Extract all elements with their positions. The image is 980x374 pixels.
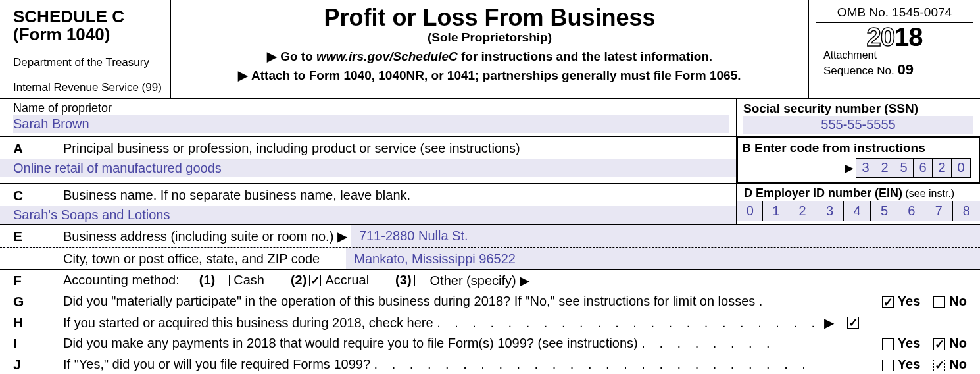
ssn-label: Social security number (SSN) <box>743 101 973 116</box>
letter-h: H <box>0 315 63 331</box>
line-e-value1[interactable]: 711-2880 Nulla St. <box>351 225 980 247</box>
schedule-c-form: SCHEDULE C (Form 1040) Department of the… <box>0 0 980 374</box>
line-e-label2: City, town or post office, state, and ZI… <box>63 248 346 269</box>
line-b-code: ▶ 3 2 5 6 2 0 <box>742 157 975 179</box>
checkbox-g-no[interactable] <box>933 296 945 308</box>
other-specify-field[interactable] <box>535 273 980 288</box>
form-subtitle: (Sole Proprietorship) <box>174 30 806 45</box>
checkbox-h[interactable] <box>847 317 859 329</box>
schedule-title: SCHEDULE C <box>13 8 164 26</box>
header-right: OMB No. 1545-0074 2018 Attachment Sequen… <box>809 0 980 98</box>
letter-f: F <box>0 273 63 288</box>
ein-box-3[interactable]: 3 <box>816 201 843 221</box>
line-e-addr2: City, town or post office, state, and ZI… <box>0 248 980 270</box>
letter-a: A <box>0 137 63 159</box>
line-g-text: Did you "materially participate" in the … <box>63 294 842 309</box>
line-a-label: Principal business or profession, includ… <box>63 137 736 159</box>
checkbox-accrual[interactable] <box>309 275 321 286</box>
code-box-4[interactable]: 2 <box>932 158 952 178</box>
instr-line1: ▶ Go to www.irs.gov/ScheduleC for instru… <box>174 49 806 64</box>
code-box-5[interactable]: 0 <box>951 158 971 178</box>
tax-year: 2018 <box>816 22 973 52</box>
ein-box-0[interactable]: 0 <box>737 201 763 221</box>
arrow-icon: ▶ <box>824 315 834 330</box>
line-a-value[interactable]: Online retail of manufactured goods <box>0 159 736 177</box>
proprietor-label: Name of proprietor <box>13 101 729 115</box>
dept-line2: Internal Revenue Service (99) <box>13 81 164 94</box>
letter-e: E <box>0 225 63 247</box>
code-box-2[interactable]: 5 <box>894 158 914 178</box>
header-center: Profit or Loss From Business (Sole Propr… <box>171 0 809 98</box>
ein-box-4[interactable]: 4 <box>844 201 871 221</box>
line-h-text: If you started or acquired this business… <box>63 315 433 330</box>
line-d-label: D Employer ID number (EIN) (see instr.) <box>744 186 980 200</box>
letter-j: J <box>0 357 63 373</box>
checkbox-i-yes[interactable] <box>882 338 894 350</box>
line-e-label1: Business address (including suite or roo… <box>63 225 351 247</box>
line-c-d: C Business name. If no separate business… <box>0 184 980 225</box>
dept-line1: Department of the Treasury <box>13 56 164 69</box>
arrow-icon: ▶ <box>845 161 854 175</box>
ein-box-6[interactable]: 6 <box>898 201 925 221</box>
code-box-0[interactable]: 3 <box>856 158 875 178</box>
line-d-block: D Employer ID number (EIN) (see instr.) … <box>737 184 980 224</box>
line-d-ein: 0 1 2 3 4 5 6 7 8 <box>737 201 980 221</box>
proprietor-row: Name of proprietor Sarah Brown Social se… <box>0 99 980 137</box>
checkbox-g-yes[interactable] <box>882 296 894 308</box>
line-f: F Accounting method: (1) Cash (2) Accrua… <box>0 270 980 291</box>
proprietor-name-block: Name of proprietor Sarah Brown <box>0 99 737 136</box>
letter-c: C <box>0 184 63 206</box>
line-c-value[interactable]: Sarah's Soaps and Lotions <box>0 206 736 224</box>
line-c-label: Business name. If no separate business n… <box>63 184 736 206</box>
instr-line2: ▶ Attach to Form 1040, 1040NR, or 1041; … <box>174 68 806 83</box>
ssn-value[interactable]: 555-55-5555 <box>743 116 973 134</box>
line-b-block: B Enter code from instructions ▶ 3 2 5 6… <box>737 137 980 183</box>
form-header: SCHEDULE C (Form 1040) Department of the… <box>0 0 980 99</box>
line-e-addr1: E Business address (including suite or r… <box>0 225 980 248</box>
line-i-text: Did you make any payments in 2018 that w… <box>63 336 638 350</box>
checkbox-cash[interactable] <box>218 275 230 286</box>
letter-i: I <box>0 336 63 352</box>
sequence-number: Sequence No. 09 <box>816 61 973 78</box>
line-a-b: A Principal business or profession, incl… <box>0 137 980 184</box>
form-title: Profit or Loss From Business <box>174 4 806 32</box>
form-number: (Form 1040) <box>13 26 164 43</box>
line-h: H If you started or acquired this busine… <box>0 312 980 333</box>
line-f-label: Accounting method: <box>63 273 180 288</box>
header-left: SCHEDULE C (Form 1040) Department of the… <box>0 0 171 98</box>
code-box-3[interactable]: 6 <box>913 158 933 178</box>
line-i: I Did you make any payments in 2018 that… <box>0 333 980 354</box>
ein-box-1[interactable]: 1 <box>763 201 789 221</box>
checkbox-j-no[interactable] <box>933 360 945 371</box>
line-j-text: If "Yes," did you or will you file requi… <box>63 357 370 371</box>
code-box-1[interactable]: 2 <box>875 158 894 178</box>
line-g: G Did you "materially participate" in th… <box>0 291 980 312</box>
ein-box-5[interactable]: 5 <box>871 201 898 221</box>
proprietor-value[interactable]: Sarah Brown <box>13 115 729 133</box>
line-j: J If "Yes," did you or will you file req… <box>0 354 980 374</box>
ein-box-8[interactable]: 8 <box>953 201 980 221</box>
ein-box-7[interactable]: 7 <box>925 201 952 221</box>
checkbox-j-yes[interactable] <box>882 360 894 371</box>
omb-number: OMB No. 1545-0074 <box>816 5 973 23</box>
letter-g: G <box>0 294 63 309</box>
line-e-value2[interactable]: Mankato, Mississippi 96522 <box>346 248 980 269</box>
checkbox-other[interactable] <box>414 275 426 286</box>
checkbox-i-no[interactable] <box>933 338 945 350</box>
line-b-label: B Enter code from instructions <box>742 141 975 155</box>
ssn-block: Social security number (SSN) 555-55-5555 <box>737 99 980 136</box>
ein-box-2[interactable]: 2 <box>789 201 816 221</box>
